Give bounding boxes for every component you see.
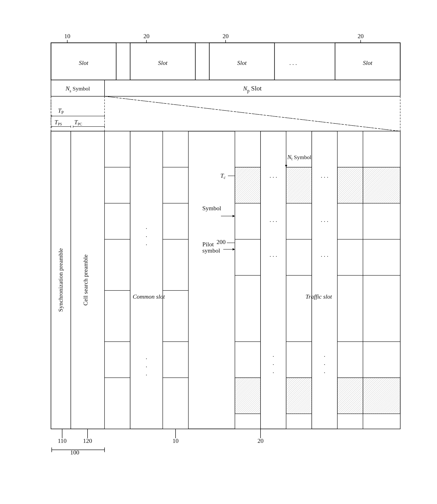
svg-rect-50: [235, 167, 260, 203]
tpc-label: TPC: [74, 119, 82, 126]
svg-rect-55: [235, 378, 260, 414]
traffic-dots-2: . . .: [269, 217, 277, 223]
traffic-vdots-3: .: [272, 368, 274, 374]
dots-top: . . .: [289, 59, 297, 66]
common-slot-dots5: .: [146, 362, 147, 369]
tp-label: TP: [58, 107, 64, 115]
svg-rect-79: [363, 167, 400, 203]
traffic-slot-label: Traffic slot: [306, 293, 332, 300]
svg-rect-39: [130, 131, 163, 429]
traffic-dots-1: . . .: [269, 172, 277, 179]
slot-1-label: Slot: [79, 59, 88, 66]
common-slot-dots6: .: [146, 370, 147, 377]
traffic-dots-4: . . .: [321, 172, 328, 179]
svg-rect-46: [163, 342, 188, 378]
label-110: 110: [58, 437, 66, 444]
svg-rect-62: [286, 239, 312, 275]
common-slot-dots3: .: [146, 240, 147, 247]
cell-search-preamble-label: Cell search preamble: [82, 255, 89, 305]
svg-rect-76: [337, 414, 363, 429]
svg-rect-85: [363, 414, 400, 429]
svg-rect-59: [286, 131, 312, 167]
svg-rect-81: [363, 239, 400, 275]
svg-rect-72: [337, 239, 363, 275]
sync-preamble-label: Synchronization preamble: [57, 248, 64, 312]
svg-rect-38: [105, 378, 130, 429]
label-20-top-1: 20: [143, 33, 149, 39]
svg-rect-66: [286, 414, 312, 429]
traffic-dots-5: . . .: [321, 217, 328, 223]
svg-rect-49: [235, 131, 260, 167]
common-slot-dots2: .: [146, 232, 147, 238]
svg-rect-65: [286, 378, 312, 414]
label-120: 120: [83, 437, 92, 444]
svg-rect-45: [163, 291, 188, 342]
svg-rect-60: [286, 167, 312, 203]
traffic-vdots-4: .: [324, 352, 325, 358]
svg-rect-41: [163, 131, 188, 167]
svg-rect-42: [163, 167, 188, 203]
svg-rect-54: [235, 342, 260, 378]
svg-rect-47: [163, 378, 188, 429]
traffic-vdots-6: .: [324, 368, 325, 374]
traffic-dots-3: . . .: [269, 251, 277, 258]
label-10-top: 10: [64, 33, 70, 39]
label-10-bottom: 10: [172, 437, 179, 444]
traffic-vdots-1: .: [272, 352, 274, 358]
svg-rect-71: [337, 203, 363, 239]
common-slot-dots: .: [146, 224, 147, 230]
tps-label: TPS: [54, 119, 62, 126]
svg-rect-78: [363, 131, 400, 167]
label-20-top-2: 20: [223, 33, 229, 39]
svg-rect-35: [105, 239, 130, 291]
svg-rect-83: [363, 342, 400, 378]
diagram-container: Slot 10 Slot 20 Slot 20 . . . Slot 20 Ns…: [32, 19, 405, 485]
svg-rect-44: [163, 239, 188, 291]
svg-rect-34: [105, 203, 130, 239]
svg-rect-32: [105, 131, 130, 167]
svg-rect-64: [286, 342, 312, 378]
label-20-bottom: 20: [258, 437, 264, 444]
label-200: 200: [217, 239, 226, 245]
svg-rect-75: [337, 378, 363, 414]
svg-rect-51: [235, 203, 260, 239]
svg-rect-82: [363, 275, 400, 342]
traffic-vdots-2: .: [272, 360, 274, 366]
common-slot-label: Common slot: [133, 293, 165, 300]
svg-rect-74: [337, 342, 363, 378]
svg-rect-69: [337, 131, 363, 167]
svg-rect-36: [105, 291, 130, 342]
svg-rect-33: [105, 167, 130, 203]
common-slot-dots4: .: [146, 354, 147, 361]
svg-line-17: [105, 96, 400, 131]
slot-2-label: Slot: [158, 59, 167, 66]
label-100: 100: [70, 449, 79, 456]
svg-rect-84: [363, 378, 400, 414]
nt-symbol-label: Nt Symbol: [287, 154, 311, 161]
pilot-symbol-label2: symbol: [202, 247, 220, 254]
svg-rect-80: [363, 203, 400, 239]
svg-rect-53: [235, 275, 260, 342]
symbol-label: Symbol: [202, 205, 221, 212]
svg-rect-70: [337, 167, 363, 203]
svg-rect-37: [105, 342, 130, 378]
pilot-symbol-label: Pilot: [202, 241, 214, 248]
traffic-dots-6: . . .: [321, 251, 328, 258]
svg-rect-52: [235, 239, 260, 275]
slot-3-label: Slot: [237, 59, 247, 66]
svg-rect-63: [286, 275, 312, 342]
svg-rect-61: [286, 203, 312, 239]
svg-rect-43: [163, 203, 188, 239]
svg-rect-56: [235, 414, 260, 429]
traffic-vdots-5: .: [324, 360, 325, 366]
slot-last-label: Slot: [363, 59, 372, 66]
label-20-top-3: 20: [358, 33, 364, 39]
svg-rect-73: [337, 275, 363, 342]
